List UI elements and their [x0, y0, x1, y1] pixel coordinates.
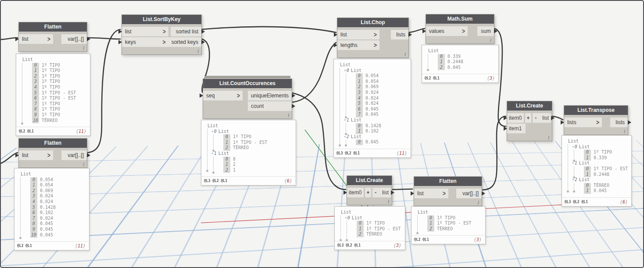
dynamo-canvas[interactable]: Flatten list > var[]..[] I List 01º TIPO… — [0, 0, 644, 268]
port-connector-icon — [561, 120, 564, 125]
wire-flattentop-to-keys[interactable] — [88, 38, 120, 39]
output-port-var[interactable]: var[]..[] — [61, 150, 87, 160]
lacing-indicator[interactable]: I — [83, 162, 84, 167]
index-badge: 0 — [356, 73, 363, 79]
node-title[interactable]: List.SortByKey — [122, 15, 201, 24]
node-flatten-bottom[interactable]: Flatten list > var[]..[] I — [18, 138, 87, 168]
preview-bubble-flatten-mid[interactable]: List 01º TIPO 11º TIPO - EST 2TÉRREO @L2… — [411, 206, 486, 244]
node-title[interactable]: Flatten — [414, 177, 482, 186]
output-port-list[interactable]: list — [539, 113, 551, 123]
output-port-sorted-list[interactable]: sorted list — [171, 27, 201, 36]
preview-bubble-flatten-bottom[interactable]: List 00.054 10.054 20.069 30.024 40.024 … — [14, 168, 89, 250]
input-port-list[interactable]: list > — [19, 34, 53, 44]
node-list-create-bottom[interactable]: List.Create item0 + - list I — [347, 175, 392, 205]
index-badge: 9 — [30, 227, 37, 232]
lacing-indicator[interactable]: I — [197, 49, 199, 54]
input-port-list[interactable]: list > — [337, 30, 379, 39]
tree-guide — [574, 166, 574, 177]
input-port-values[interactable]: values > — [426, 26, 468, 36]
add-input-button[interactable]: + — [525, 113, 531, 123]
lacing-indicator[interactable]: I — [83, 46, 84, 51]
node-list-chop[interactable]: List.Chop list > lists lengths > — [337, 18, 409, 58]
wire-create-to-flattenmid[interactable] — [392, 189, 412, 189]
expand-arrow-icon[interactable]: ▾ — [572, 145, 574, 149]
port-connector-icon — [201, 40, 205, 44]
output-port-uniqueelements[interactable]: uniqueElements — [248, 91, 292, 100]
port-connector-icon — [292, 93, 295, 98]
input-port-item1[interactable]: item1 — [507, 124, 526, 133]
expand-arrow-icon[interactable]: ▾ — [345, 216, 347, 220]
preview-bubble-mathsum[interactable]: List 00.339 10.2448 20.045 @L2 @L1 {3} — [422, 45, 499, 83]
preview-bubble-chop[interactable]: List ▾0List 00.054 10.054 20.069 30.024 … — [333, 59, 411, 158]
node-flatten-mid[interactable]: Flatten list > var[]..[] I — [414, 176, 482, 206]
index-badge: 3 — [32, 79, 39, 85]
remove-input-button[interactable]: - — [533, 113, 539, 123]
node-math-sum[interactable]: Math.Sum values > sum I — [426, 14, 494, 44]
node-title[interactable]: Math.Sum — [426, 14, 494, 24]
expand-arrow-icon[interactable]: ▾ — [344, 118, 346, 122]
output-port-lists[interactable]: lists — [610, 118, 628, 127]
input-port-lengths[interactable]: lengths > — [337, 40, 379, 50]
node-title[interactable]: Flatten — [19, 139, 87, 148]
input-port-seq[interactable]: seq > — [203, 91, 243, 100]
tree-guide — [568, 144, 568, 191]
node-list-sortbykey[interactable]: List.SortByKey list > sorted list keys > — [122, 14, 202, 55]
preview-bubble-flatten-top[interactable]: List 01º TIPO 11º TIPO 21º TIPO 31º TIPO… — [16, 54, 90, 136]
index-badge: 2 — [32, 74, 39, 79]
index-badge: 4 — [30, 199, 37, 205]
input-port-item0[interactable]: item0 — [347, 188, 364, 197]
lacing-indicator[interactable]: I — [490, 38, 491, 43]
node-title[interactable]: List.Create — [347, 176, 392, 185]
remove-input-button[interactable]: - — [372, 188, 379, 197]
output-port-sorted-keys[interactable]: sorted keys — [168, 37, 201, 47]
wire-flattenmid-to-item0[interactable] — [482, 116, 506, 190]
node-title[interactable]: List.CountOccurences — [203, 79, 292, 88]
expand-arrow-icon[interactable]: ▾ — [211, 129, 214, 133]
lacing-indicator[interactable]: I — [388, 200, 389, 204]
port-connector-icon — [292, 104, 295, 108]
node-title[interactable]: List.Create — [507, 101, 552, 111]
expand-arrow-icon[interactable]: ▾ — [344, 68, 346, 72]
expand-arrow-icon[interactable]: ▾ — [344, 135, 346, 139]
input-port-item0[interactable]: item0 — [507, 113, 524, 123]
lacing-indicator[interactable]: I — [548, 136, 549, 140]
node-list-transpose[interactable]: List.Transpose lists > lists I — [564, 105, 628, 135]
preview-bubble-create-bottom[interactable]: List ▾0List 01º TIPO 11º TIPO - EST 2TÉR… — [334, 206, 405, 250]
node-title[interactable]: Flatten — [19, 22, 87, 32]
node-title[interactable]: List.Chop — [337, 18, 408, 27]
wire-into-flatten-bottom[interactable] — [0, 153, 18, 164]
output-port-sum[interactable]: sum — [477, 26, 494, 36]
port-connector-icon — [118, 40, 122, 44]
output-port-list[interactable]: list — [379, 188, 391, 197]
output-port-count[interactable]: count — [248, 101, 292, 111]
wire-flattenbottom-to-list[interactable] — [88, 29, 120, 153]
node-title[interactable]: List.Transpose — [564, 106, 628, 115]
node-list-create-right[interactable]: List.Create item0 + - list item1 — [507, 101, 552, 141]
input-port-lists[interactable]: lists > — [564, 118, 602, 127]
index-badge: 1 — [32, 68, 39, 74]
expand-arrow-icon[interactable]: ▾ — [211, 151, 214, 155]
lacing-indicator[interactable]: I — [288, 113, 289, 118]
input-port-list[interactable]: list > — [122, 27, 168, 36]
wire-sortedlist-to-chop[interactable] — [202, 27, 336, 32]
input-port-list[interactable]: list > — [414, 189, 448, 198]
output-port-var[interactable]: var[]..[] — [456, 189, 482, 198]
wire-count-to-lengths[interactable] — [293, 43, 336, 102]
output-port-lists[interactable]: lists — [391, 30, 408, 39]
preview-bubble-countoccurences[interactable]: List ▾0List 01º TIPO 11º TIPO - EST 2TÉR… — [201, 120, 296, 186]
levels-label: @L2 @L1 — [17, 244, 32, 248]
index-badge: 10 — [30, 232, 37, 238]
wire-into-flatten-top[interactable] — [0, 38, 18, 39]
preview-bubble-transpose[interactable]: List ▾0List 01º TIPO 10.339 ▾1List 01º T… — [562, 135, 632, 207]
lacing-indicator[interactable]: I — [404, 52, 406, 57]
index-badge: 10 — [32, 118, 39, 124]
output-port-var[interactable]: var[]..[] — [61, 34, 87, 44]
index-badge: 2 — [357, 232, 364, 237]
lacing-indicator[interactable]: I — [478, 200, 479, 205]
node-list-countoccurences[interactable]: List.CountOccurences seq > uniqueElement… — [203, 79, 292, 119]
input-port-list[interactable]: list > — [19, 150, 53, 160]
node-flatten-top[interactable]: Flatten list > var[]..[] I — [18, 22, 87, 52]
add-input-button[interactable]: + — [365, 188, 371, 197]
lacing-indicator[interactable]: I — [624, 129, 625, 134]
input-port-keys[interactable]: keys > — [122, 37, 168, 47]
